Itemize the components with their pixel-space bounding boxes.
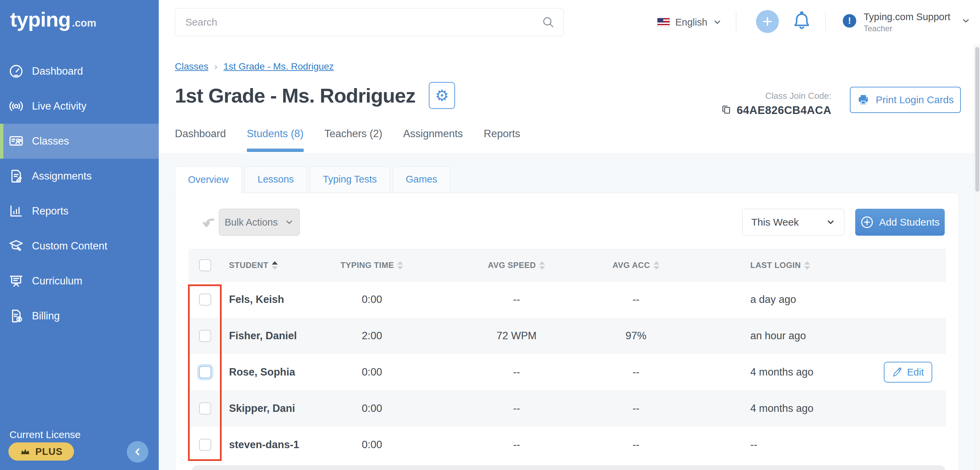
add-students-label: Add Students	[879, 216, 940, 228]
column-header-student[interactable]: STUDENT	[229, 260, 330, 270]
chevron-down-icon	[826, 218, 835, 227]
sidebar-item-label: Live Activity	[32, 100, 86, 112]
row-checkbox[interactable]	[199, 294, 211, 306]
table-row: Fisher, Daniel 2:00 72 WPM 97% an hour a…	[189, 318, 946, 354]
topbar-divider	[825, 11, 826, 32]
typing-time: 0:00	[362, 366, 382, 378]
typing-com-logo[interactable]: typing .com	[10, 7, 96, 31]
breadcrumb-classes-link[interactable]: Classes	[175, 61, 208, 72]
avg-acc: --	[633, 294, 640, 306]
gear-icon: ⚙	[435, 88, 449, 103]
copy-icon[interactable]	[721, 104, 732, 116]
quick-add-button[interactable]	[756, 10, 779, 33]
current-license-label: Current License	[10, 429, 81, 440]
class-settings-button[interactable]: ⚙	[429, 82, 455, 109]
subtab-lessons[interactable]: Lessons	[245, 166, 307, 192]
tab-reports[interactable]: Reports	[484, 128, 520, 152]
sidebar-item-billing[interactable]: Billing	[0, 299, 159, 333]
bulk-actions-button[interactable]: Bulk Actions	[219, 209, 300, 236]
sidebar-item-custom-content[interactable]: Custom Content	[0, 229, 159, 264]
language-selector[interactable]: English	[657, 13, 722, 31]
license-badge-text: PLUS	[35, 446, 62, 457]
sort-icon	[539, 261, 545, 270]
subtab-games[interactable]: Games	[393, 166, 450, 192]
plus-icon	[761, 15, 774, 28]
app-window: typing .com Dashboard Live Activity C	[0, 0, 980, 470]
student-name: Fisher, Daniel	[229, 330, 330, 342]
column-header-last-login[interactable]: LAST LOGIN	[750, 260, 946, 270]
tab-assignments[interactable]: Assignments	[403, 128, 463, 152]
tab-students[interactable]: Students (8)	[247, 128, 304, 152]
student-name: Fels, Keish	[229, 294, 330, 306]
avg-speed: --	[513, 366, 520, 378]
crown-icon	[20, 446, 30, 457]
date-range-value: This Week	[751, 216, 799, 228]
sidebar-item-label: Custom Content	[32, 240, 107, 252]
join-code-value: 64AE826CB4ACA	[737, 104, 831, 117]
sidebar: typing .com Dashboard Live Activity C	[0, 0, 159, 470]
user-account-menu[interactable]: ! Typing.com Support Teacher	[843, 11, 970, 33]
student-name: Skipper, Dani	[229, 402, 330, 414]
search-icon	[541, 16, 555, 29]
vertical-scrollbar[interactable]	[974, 44, 980, 470]
sidebar-item-dashboard[interactable]: Dashboard	[0, 54, 159, 89]
main-area: English ! Typing.com Support Teacher	[159, 0, 980, 470]
column-header-avg-acc[interactable]: AVG ACC	[612, 260, 660, 270]
sidebar-item-assignments[interactable]: Assignments	[0, 159, 159, 194]
join-code-label: Class Join Code:	[721, 91, 831, 101]
row-checkbox[interactable]	[199, 330, 211, 342]
pencil-icon	[892, 367, 902, 377]
class-join-code-block: Class Join Code: 64AE826CB4ACA	[721, 91, 831, 117]
sidebar-item-live-activity[interactable]: Live Activity	[0, 89, 159, 124]
typing-time: 2:00	[362, 330, 382, 342]
sidebar-nav: Dashboard Live Activity Classes Assignme…	[0, 54, 159, 333]
sidebar-item-curriculum[interactable]: Curriculum	[0, 264, 159, 299]
chevron-down-icon	[713, 17, 722, 27]
subtab-typing-tests[interactable]: Typing Tests	[310, 166, 390, 192]
column-header-avg-speed[interactable]: AVG SPEED	[488, 260, 546, 270]
bell-icon	[791, 10, 813, 33]
add-students-button[interactable]: Add Students	[855, 209, 945, 236]
partially-visible-row	[192, 465, 945, 470]
avg-acc: --	[633, 402, 640, 414]
chevron-down-icon	[961, 16, 970, 25]
subtab-overview[interactable]: Overview	[175, 166, 242, 193]
select-all-checkbox[interactable]	[199, 259, 211, 271]
assignments-icon	[8, 168, 24, 184]
student-subtabs: Overview Lessons Typing Tests Games	[175, 166, 453, 193]
bulk-actions-label: Bulk Actions	[225, 217, 278, 228]
sidebar-item-reports[interactable]: Reports	[0, 194, 159, 229]
breadcrumb-class-link[interactable]: 1st Grade - Ms. Rodriguez	[223, 61, 334, 72]
sort-icon	[397, 261, 403, 270]
sort-icon	[272, 261, 278, 270]
search-input[interactable]	[175, 8, 564, 36]
table-header-row: STUDENT TYPING TIME AVG SPEED AVG ACC	[189, 249, 946, 281]
row-checkbox[interactable]	[199, 402, 211, 414]
typing-time: 0:00	[362, 402, 382, 414]
edit-student-button[interactable]: Edit	[884, 362, 932, 383]
avg-acc: 97%	[625, 330, 646, 342]
info-icon: !	[843, 14, 856, 27]
date-range-select[interactable]: This Week	[742, 209, 845, 236]
sort-icon	[654, 261, 660, 270]
sort-icon	[804, 261, 810, 270]
title-row: 1st Grade - Ms. Rodriguez ⚙	[175, 82, 455, 109]
row-checkbox[interactable]	[199, 439, 211, 451]
student-name: Rose, Sophia	[229, 366, 330, 378]
page-title: 1st Grade - Ms. Rodriguez	[175, 84, 415, 107]
sidebar-item-label: Dashboard	[32, 65, 83, 77]
scrollbar-thumb[interactable]	[975, 47, 979, 192]
last-login: --	[750, 439, 946, 451]
printer-icon	[857, 94, 870, 106]
billing-icon	[8, 308, 24, 324]
print-login-cards-label: Print Login Cards	[876, 94, 954, 106]
tab-teachers[interactable]: Teachers (2)	[325, 128, 382, 152]
row-checkbox[interactable]	[199, 366, 211, 378]
column-header-typing-time[interactable]: TYPING TIME	[341, 260, 404, 270]
sidebar-collapse-button[interactable]	[127, 441, 148, 463]
sidebar-item-classes[interactable]: Classes	[0, 124, 159, 159]
tab-dashboard[interactable]: Dashboard	[175, 128, 226, 152]
typing-time: 0:00	[362, 294, 382, 306]
print-login-cards-button[interactable]: Print Login Cards	[850, 87, 961, 113]
notifications-button[interactable]	[791, 10, 813, 33]
